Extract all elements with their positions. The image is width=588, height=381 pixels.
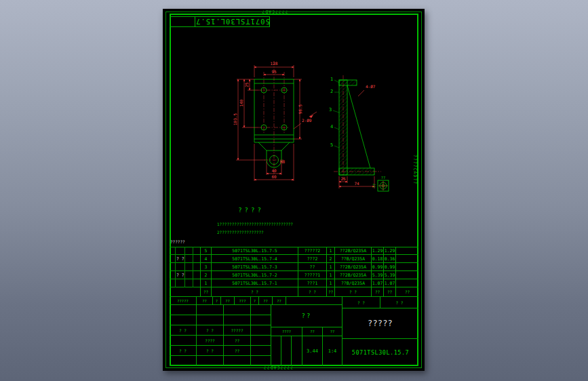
- balloon-2: 2: [330, 89, 333, 94]
- sign-cell: [251, 325, 271, 336]
- sign-cell: ? ?: [197, 325, 224, 336]
- sign-cell: [224, 356, 251, 366]
- bom-cell-no: 2: [201, 271, 212, 279]
- bom-cell-remark: [396, 247, 418, 255]
- revision-cell: ??: [221, 297, 235, 305]
- section-arrow-line: [309, 112, 317, 117]
- balloon-leader: [333, 111, 339, 113]
- sign-cell: ????: [197, 336, 224, 346]
- sign-cell: [224, 305, 251, 315]
- bom-row: 3 5071TSL30L.15.7-3 ?? 1 ??2B/Q235A 0.99…: [170, 263, 418, 271]
- bom-cell-qty: 1: [327, 263, 335, 271]
- balloon-leader: [334, 146, 339, 148]
- stage-box: [292, 336, 302, 366]
- bom-cell-unit: 1.29: [372, 247, 384, 255]
- sign-cell: [197, 315, 224, 325]
- scale-label: ??: [323, 327, 342, 336]
- stage-label: ????: [271, 327, 302, 336]
- revision-cell: ??: [197, 297, 213, 305]
- bom-cell-name: ??: [298, 263, 327, 271]
- revision-cell-empty: [286, 297, 342, 305]
- hole-callout-label: 4-Ø7: [366, 84, 376, 89]
- revision-cell: ?: [251, 297, 259, 305]
- balloon-4: 4: [330, 124, 333, 129]
- bom-cell-aux: [170, 279, 201, 287]
- revision-row: ????? ?? ? ?? ??? ? ?? ??: [170, 296, 342, 305]
- bom-cell-code: 5071TSL30L.15.7-3: [212, 263, 298, 271]
- sign-cell: ?????: [224, 325, 251, 336]
- title-block-values: 3.44 1:4: [271, 336, 342, 366]
- bom-row: ? ? 4 5071TSL30L.15.7-4 ???2 2 ??B/Q235A…: [170, 255, 418, 263]
- sign-cell: [197, 305, 224, 315]
- bom-cell-material: ??B/Q235A: [335, 279, 372, 287]
- balloon-leader: [334, 80, 339, 83]
- bom-aux-divider: [175, 247, 176, 287]
- revision-cell: ??: [273, 297, 286, 305]
- bom-header-qty: ??: [327, 287, 335, 296]
- bom-cell-total: 0.99: [384, 263, 396, 271]
- bom-cell-remark: [396, 255, 418, 263]
- thread-label: M8: [280, 159, 286, 164]
- dim-label-bottom-inner: 40: [271, 168, 277, 173]
- bom-cell-remark: [396, 279, 418, 287]
- leader-line: [358, 90, 364, 96]
- bom-cell-unit: 0.99: [372, 263, 384, 271]
- bom-row: 5 5071TSL30L.15.7-5 ?????2 1 ??2B/Q235A …: [170, 247, 418, 255]
- bom-cell-unit: 1.07: [372, 279, 384, 287]
- bom-cell-unit: 0.18: [372, 255, 384, 263]
- sign-cell: ??: [224, 346, 251, 356]
- bom-aux-divider: [193, 247, 193, 287]
- bom-cell-no: 1: [201, 279, 212, 287]
- bom-header-unit: ??: [372, 287, 384, 296]
- product-name: ?????: [342, 308, 418, 339]
- detail-side-label: ??: [372, 184, 376, 188]
- bom-header-total: ??: [384, 287, 396, 296]
- title-block-labels: ???? ?? ??: [271, 327, 342, 336]
- signature-row: [170, 315, 271, 325]
- revision-cell: ??: [259, 297, 273, 305]
- leader-line: [294, 123, 301, 129]
- sheet-info-left: ? ?: [342, 297, 380, 308]
- bom-cell-remark: [396, 263, 418, 271]
- revision-side-label: ?????: [170, 297, 197, 305]
- bom-cell-name: ?????2: [298, 247, 327, 255]
- bom-header-name: ? ?: [298, 287, 327, 296]
- detail-top-label: ??: [381, 176, 386, 180]
- note-line: 2??????????????????: [217, 230, 312, 237]
- balloon-3: 3: [329, 107, 332, 113]
- signature-row: ? ? ? ? ??: [170, 346, 271, 356]
- note-line: 1??????????????????????????????: [217, 222, 312, 228]
- bom-cell-total: 0.36: [384, 255, 396, 263]
- bom-cell-material: ??2B/Q235A: [335, 247, 372, 255]
- drawing-number: 5071TSL30L.15.7: [342, 339, 418, 366]
- bom-header-material: ? ?: [335, 287, 372, 296]
- sign-cell: [251, 346, 271, 356]
- bom-cell-qty: 2: [327, 255, 335, 263]
- bom-cell-name: ???2: [298, 255, 327, 263]
- dim-label-top-outer: 128: [271, 61, 278, 66]
- bom-cell-remark: [396, 271, 418, 279]
- sign-cell: [251, 356, 271, 366]
- dim-label-bottom-outer: 74: [354, 181, 359, 186]
- dim-label-right: 96.5: [298, 104, 302, 114]
- bom-header-aux: [170, 287, 201, 296]
- notes-title: ????: [231, 207, 271, 215]
- bom-cell-code: 5071TSL30L.15.7-1: [212, 279, 298, 287]
- side-view: 1 2 3 4 5 4-Ø7 26 74: [329, 75, 381, 188]
- weight-value: 3.44: [302, 336, 323, 366]
- sign-cell: [170, 356, 197, 366]
- dim-label-bottom-outer: 60: [271, 174, 277, 179]
- bom-cell-code: 5071TSL30L.15.7-2: [212, 271, 298, 279]
- sign-cell: [251, 315, 271, 325]
- bom-cell-code: 5071TSL30L.15.7-4: [212, 255, 298, 263]
- bom-cell-total: 1.29: [384, 247, 396, 255]
- balloon-1: 1: [330, 77, 333, 82]
- sign-cell: [251, 336, 271, 346]
- balloon-leader: [334, 127, 339, 129]
- dim-label-left-inner: 25: [244, 82, 249, 87]
- stage-box: [271, 336, 281, 366]
- sign-cell: [197, 356, 224, 366]
- revision-cell: ???: [235, 297, 251, 305]
- bom-cell-aux: ? ?: [170, 255, 201, 263]
- bom-cell-name: ?????1: [298, 271, 327, 279]
